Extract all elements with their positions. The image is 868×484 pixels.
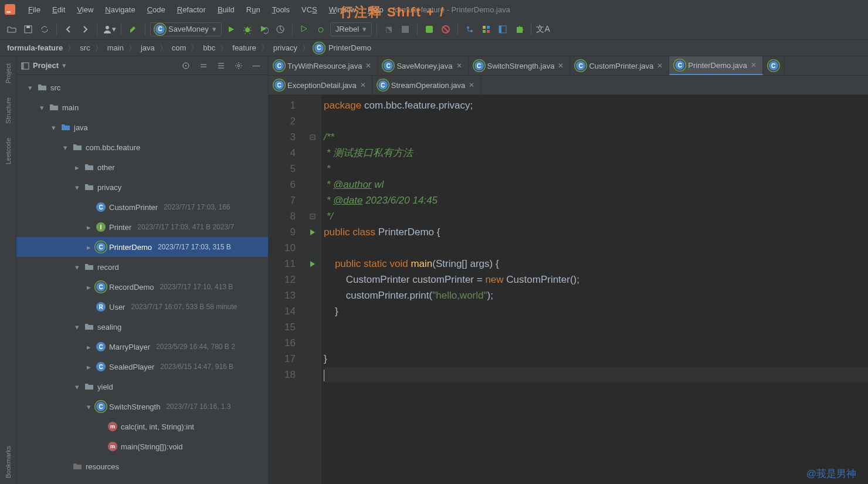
menu-run[interactable]: Run bbox=[240, 5, 266, 14]
menu-view[interactable]: View bbox=[71, 5, 99, 14]
code-line[interactable]: customPrinter.print("hello,world"); bbox=[324, 287, 868, 303]
menu-help[interactable]: Help bbox=[362, 5, 389, 14]
editor-tab[interactable]: C bbox=[763, 56, 785, 75]
tree-item[interactable]: ▸CRecordDemo2023/7/17 17:10, 413 B bbox=[16, 277, 268, 297]
settings-button[interactable] bbox=[232, 59, 246, 73]
tool-bookmarks[interactable]: Bookmarks bbox=[5, 446, 12, 478]
crumb[interactable]: formula-feature bbox=[7, 43, 63, 52]
open-button[interactable] bbox=[5, 22, 19, 36]
stop-dim-button[interactable]: ⬔ bbox=[382, 22, 396, 36]
code-line[interactable]: * @date 2023/6/20 14:45 bbox=[324, 192, 868, 208]
menu-refactor[interactable]: Refactor bbox=[171, 5, 212, 14]
menu-build[interactable]: Build bbox=[212, 5, 240, 14]
code-line[interactable]: public static void main(String[] args) { bbox=[324, 256, 868, 272]
tree-item[interactable]: ▾sealing bbox=[16, 317, 268, 337]
code-line[interactable]: } bbox=[324, 303, 868, 319]
tree-item[interactable]: ▾CSwitchStrength2023/7/17 16:16, 1.3 bbox=[16, 397, 268, 417]
code-line[interactable]: * 测试接口私有方法 bbox=[324, 145, 868, 161]
project-tree[interactable]: ▾src▾main▾java▾com.bbc.feature▸other▾pri… bbox=[16, 75, 268, 484]
tree-item[interactable]: ▾com.bbc.feature bbox=[16, 137, 268, 157]
deny-button[interactable] bbox=[439, 22, 453, 36]
code-line[interactable]: CustomPrinter customPrinter = new Custom… bbox=[324, 272, 868, 287]
tree-item[interactable]: ▸CMarryPlayer2023/5/29 16:44, 780 B 2 bbox=[16, 337, 268, 357]
tree-item[interactable]: CCustomPrinter2023/7/17 17:03, 166 bbox=[16, 197, 268, 217]
editor-tab[interactable]: CStreamOperation.java✕ bbox=[372, 76, 481, 94]
code-line[interactable]: } bbox=[324, 351, 868, 367]
editor-tab[interactable]: CSwitchStrength.java✕ bbox=[469, 56, 571, 75]
menu-code[interactable]: Code bbox=[141, 5, 171, 14]
sync-button[interactable] bbox=[38, 22, 52, 36]
code-line[interactable]: */ bbox=[324, 208, 868, 224]
editor-tab[interactable]: CExceptionDetail.java✕ bbox=[269, 76, 372, 94]
structure-button[interactable] bbox=[479, 22, 493, 36]
menu-window[interactable]: Window bbox=[323, 5, 362, 14]
coverage-button[interactable] bbox=[257, 22, 271, 36]
close-icon[interactable]: ✕ bbox=[360, 81, 366, 89]
editor-tab[interactable]: CPrinterDemo.java✕ bbox=[669, 56, 762, 75]
close-icon[interactable]: ✕ bbox=[751, 61, 757, 69]
attach-button[interactable] bbox=[314, 22, 328, 36]
tree-item[interactable]: ▾java bbox=[16, 117, 268, 137]
tree-item[interactable]: ▾yield bbox=[16, 377, 268, 397]
tree-item[interactable]: ▸CSealedPlayer2023/6/15 14:47, 916 B bbox=[16, 357, 268, 377]
stop-button[interactable] bbox=[398, 22, 412, 36]
crumb[interactable]: com bbox=[172, 43, 187, 52]
code-content[interactable]: package com.bbc.feature.privacy; /** * 测… bbox=[321, 95, 868, 484]
code-line[interactable] bbox=[324, 335, 868, 351]
editor-tab[interactable]: CCustomPrinter.java✕ bbox=[570, 56, 669, 75]
close-icon[interactable]: ✕ bbox=[558, 62, 564, 70]
tree-item[interactable]: mcalc(int, int, String):int bbox=[16, 417, 268, 436]
layout-button[interactable] bbox=[496, 22, 510, 36]
menu-navigate[interactable]: Navigate bbox=[99, 5, 141, 14]
jrebel-select[interactable]: JRebel ▾ bbox=[330, 22, 372, 36]
fold-icon[interactable] bbox=[310, 134, 316, 140]
menu-vcs[interactable]: VCS bbox=[296, 5, 323, 14]
code-line[interactable] bbox=[324, 319, 868, 335]
save-all-button[interactable] bbox=[21, 22, 35, 36]
code-line[interactable] bbox=[324, 113, 868, 129]
collapse-all-button[interactable] bbox=[214, 59, 228, 73]
code-line[interactable] bbox=[324, 240, 868, 256]
code-line[interactable]: package com.bbc.feature.privacy; bbox=[324, 97, 868, 113]
close-icon[interactable]: ✕ bbox=[657, 62, 663, 70]
close-icon[interactable]: ✕ bbox=[456, 62, 462, 70]
back-button[interactable] bbox=[62, 22, 76, 36]
code-line[interactable] bbox=[324, 367, 868, 383]
tree-item[interactable]: ▾privacy bbox=[16, 177, 268, 197]
hide-button[interactable]: — bbox=[249, 59, 263, 73]
profile-button[interactable] bbox=[273, 22, 287, 36]
run-gutter-icon[interactable] bbox=[310, 260, 316, 268]
tree-item[interactable]: ▸other bbox=[16, 157, 268, 177]
tree-item[interactable]: ▾record bbox=[16, 257, 268, 277]
tool-structure[interactable]: Structure bbox=[5, 97, 12, 124]
editor-tab[interactable]: CTryWithResource.java✕ bbox=[269, 56, 378, 75]
git-button[interactable] bbox=[463, 22, 477, 36]
jrebel-panel-button[interactable] bbox=[422, 22, 436, 36]
build-button[interactable] bbox=[126, 22, 140, 36]
crumb[interactable]: bbc bbox=[203, 43, 215, 52]
crumb[interactable]: privacy bbox=[273, 43, 297, 52]
hotswap-button[interactable] bbox=[297, 22, 311, 36]
crumb[interactable]: PrinterDemo bbox=[328, 43, 371, 52]
tree-item[interactable]: ▸CPrinterDemo2023/7/17 17:03, 315 B bbox=[16, 237, 268, 257]
crumb[interactable]: src bbox=[80, 43, 90, 52]
menu-file[interactable]: File bbox=[22, 5, 46, 14]
code-line[interactable]: * @author wl bbox=[324, 177, 868, 192]
run-gutter-icon[interactable] bbox=[310, 229, 316, 236]
code-line[interactable]: /** bbox=[324, 129, 868, 145]
tree-item[interactable]: ▾main bbox=[16, 97, 268, 117]
tree-item[interactable]: RUser2023/7/17 16:07, 533 B 58 minute bbox=[16, 297, 268, 317]
crumb[interactable]: java bbox=[141, 43, 155, 52]
vcs-button[interactable]: ▾ bbox=[102, 22, 116, 36]
close-icon[interactable]: ✕ bbox=[469, 81, 474, 89]
tree-item[interactable]: mmain(String[]):void bbox=[16, 436, 268, 456]
plugin-button[interactable] bbox=[512, 22, 526, 36]
debug-button[interactable] bbox=[240, 22, 255, 36]
close-icon[interactable]: ✕ bbox=[365, 62, 371, 70]
menu-edit[interactable]: Edit bbox=[46, 5, 71, 14]
code-editor[interactable]: 123456789101112131415161718 package com.… bbox=[269, 95, 868, 484]
translate-button[interactable]: 文A bbox=[536, 22, 550, 36]
select-opened-button[interactable] bbox=[179, 59, 193, 73]
expand-all-button[interactable] bbox=[196, 59, 211, 73]
editor-tab[interactable]: CSaveMoney.java✕ bbox=[378, 56, 468, 75]
